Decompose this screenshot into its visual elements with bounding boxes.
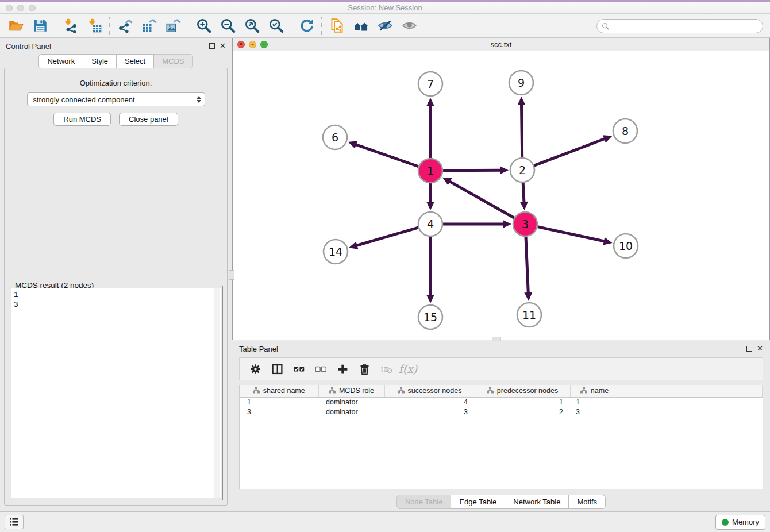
task-history-button[interactable] (5, 515, 24, 529)
tab-edge-table[interactable]: Edge Table (451, 495, 505, 509)
column-header-name[interactable]: name (570, 385, 619, 397)
network-canvas[interactable]: 7968124314101511 (233, 51, 769, 340)
refresh-view-button[interactable] (294, 16, 318, 36)
toolbar-separator (188, 17, 188, 35)
horizontal-splitter-grip[interactable] (492, 337, 501, 341)
cell-MCDS-role[interactable]: dominator (318, 407, 384, 417)
split-columns-button[interactable] (267, 360, 287, 378)
run-mcds-button[interactable]: Run MCDS (53, 113, 111, 126)
tab-node-table[interactable]: Node Table (396, 495, 452, 509)
edge-1-2[interactable] (443, 170, 502, 171)
graph-node-9[interactable]: 9 (509, 71, 533, 95)
tab-motifs[interactable]: Motifs (569, 495, 606, 509)
tab-network-table[interactable]: Network Table (505, 495, 569, 509)
edge-2-8[interactable] (534, 138, 606, 165)
cell-predecessor-nodes[interactable]: 2 (475, 407, 570, 417)
mcds-result-text[interactable]: 1 3 (11, 288, 221, 498)
tab-style[interactable]: Style (83, 54, 117, 68)
zoom-fit-button[interactable] (240, 16, 264, 36)
minimize-window-icon[interactable] (17, 5, 24, 11)
graph-node-11[interactable]: 11 (517, 303, 541, 327)
float-table-panel-icon[interactable] (746, 346, 752, 352)
import-table-button[interactable] (82, 16, 106, 36)
memory-button[interactable]: Memory (715, 515, 765, 530)
search-field[interactable] (596, 19, 763, 33)
result-scrollbar[interactable] (214, 288, 220, 498)
edge-3-11[interactable] (526, 237, 528, 294)
node-table-header-row[interactable]: shared nameMCDS rolesuccessor nodesprede… (240, 385, 763, 397)
apply-function-button[interactable]: f(x) (398, 360, 418, 378)
deselect-all-button[interactable] (311, 360, 330, 378)
close-panel-icon[interactable]: ✕ (220, 43, 226, 49)
close-panel-button[interactable]: Close panel (119, 113, 178, 126)
graph-node-14[interactable]: 14 (324, 240, 348, 264)
network-close-icon[interactable]: ✕ (237, 41, 245, 48)
cell-successor-nodes[interactable]: 4 (384, 397, 475, 407)
graph-node-2[interactable]: 2 (510, 158, 534, 182)
zoom-out-button[interactable] (215, 16, 240, 36)
graph-node-7[interactable]: 7 (418, 72, 442, 96)
edge-1-6[interactable] (355, 144, 418, 167)
criterion-select[interactable]: strongly connected component (27, 92, 205, 106)
graph-node-8[interactable]: 8 (613, 119, 637, 143)
network-maximize-icon[interactable]: + (260, 41, 268, 48)
cell-successor-nodes[interactable]: 3 (384, 407, 475, 417)
delete-rows-button[interactable] (355, 360, 374, 378)
duplicate-network-button[interactable] (325, 16, 349, 36)
edge-3-10[interactable] (537, 227, 605, 242)
tab-mcds[interactable]: MCDS (154, 54, 192, 68)
control-panel-tabs: NetworkStyleSelectMCDS (0, 54, 232, 68)
open-session-button[interactable] (3, 16, 28, 36)
cell-predecessor-nodes[interactable]: 1 (475, 397, 570, 407)
cell-name[interactable]: 3 (570, 407, 619, 417)
svg-text:1: 1 (427, 164, 434, 177)
zoom-selected-button[interactable] (264, 16, 288, 36)
edge-3-1[interactable] (448, 181, 514, 218)
graph-node-6[interactable]: 6 (323, 125, 347, 149)
network-minimize-icon[interactable]: − (249, 41, 256, 48)
add-row-button[interactable] (333, 360, 352, 378)
show-graphics-button[interactable] (397, 16, 421, 36)
edge-2-3[interactable] (523, 183, 524, 203)
close-table-panel-icon[interactable]: ✕ (757, 346, 763, 352)
home-layout-button[interactable] (349, 16, 373, 36)
control-panel-header: Control Panel ✕ (0, 38, 232, 54)
table-row[interactable]: 3dominator323 (240, 407, 763, 417)
graph-node-10[interactable]: 10 (614, 234, 638, 258)
export-network-button[interactable] (113, 16, 137, 36)
toolbar-separator (55, 17, 55, 35)
import-network-button[interactable] (58, 16, 82, 36)
search-input[interactable] (613, 22, 763, 30)
table-settings-button[interactable] (245, 360, 265, 378)
graph-node-15[interactable]: 15 (418, 305, 442, 329)
tab-select[interactable]: Select (117, 54, 154, 68)
cell-shared-name[interactable]: 3 (240, 407, 318, 417)
column-header-successor-nodes[interactable]: successor nodes (384, 385, 475, 397)
delete-column-button[interactable] (376, 360, 396, 378)
column-header-shared-name[interactable]: shared name (240, 385, 318, 397)
tab-network[interactable]: Network (38, 54, 83, 68)
app-window-controls[interactable] (6, 5, 36, 11)
zoom-in-button[interactable] (191, 16, 215, 36)
table-row[interactable]: 1dominator411 (240, 397, 763, 407)
column-header-MCDS-role[interactable]: MCDS role (318, 385, 384, 397)
cell-MCDS-role[interactable]: dominator (318, 397, 384, 407)
save-session-button[interactable] (28, 16, 52, 36)
zoom-window-icon[interactable] (29, 5, 36, 11)
cell-shared-name[interactable]: 1 (240, 397, 318, 407)
edge-4-14[interactable] (356, 228, 418, 246)
column-header-predecessor-nodes[interactable]: predecessor nodes (475, 385, 570, 397)
graph-node-1[interactable]: 1 (418, 159, 442, 183)
select-all-button[interactable] (289, 360, 309, 378)
graph-node-4[interactable]: 4 (418, 212, 442, 236)
float-panel-icon[interactable] (209, 43, 215, 49)
vertical-splitter-grip[interactable] (229, 270, 234, 280)
close-window-icon[interactable] (6, 5, 13, 11)
graph-node-3[interactable]: 3 (513, 212, 537, 236)
export-table-button[interactable] (137, 16, 161, 36)
edge-2-9[interactable] (521, 103, 522, 157)
hide-graphics-button[interactable] (373, 16, 397, 36)
mcds-result-group: MCDS result (2 nodes) 1 3 (9, 286, 223, 500)
cell-name[interactable]: 1 (570, 397, 619, 407)
export-image-button[interactable] (161, 16, 185, 36)
